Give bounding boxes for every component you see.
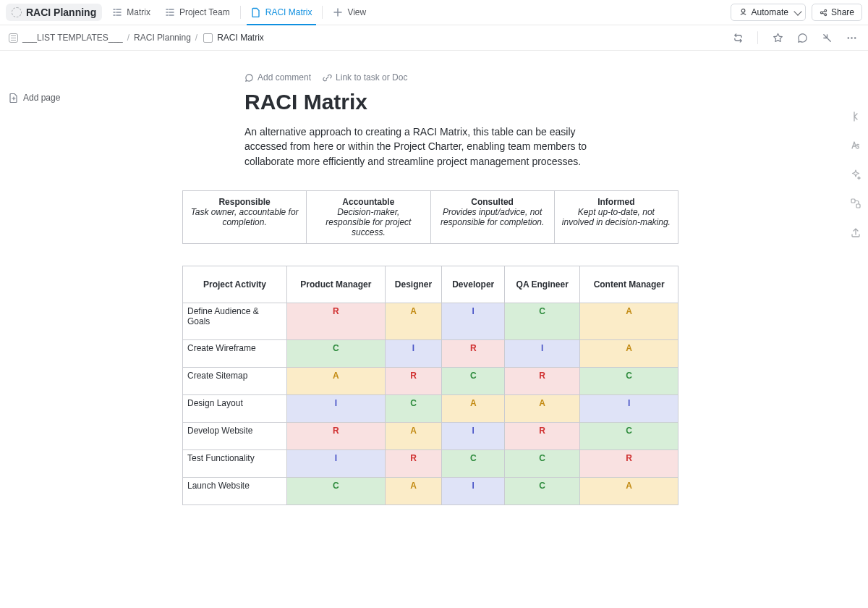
breadcrumb-separator: / bbox=[127, 33, 129, 43]
raci-value-cell[interactable]: A bbox=[287, 367, 386, 394]
raci-activity-cell[interactable]: Test Functionality bbox=[183, 449, 287, 477]
tab-matrix[interactable]: Matrix bbox=[105, 0, 158, 25]
raci-value-cell[interactable]: A bbox=[385, 477, 442, 504]
raci-value-cell[interactable]: C bbox=[505, 449, 580, 477]
raci-value-cell[interactable]: C bbox=[505, 303, 580, 339]
tab-raci-matrix[interactable]: RACI Matrix bbox=[244, 0, 320, 25]
raci-col-role[interactable]: Product Manager bbox=[287, 266, 386, 303]
raci-value-cell[interactable]: I bbox=[385, 339, 442, 367]
breadcrumb-final[interactable]: RACI Matrix bbox=[217, 33, 264, 43]
raci-value-cell[interactable]: I bbox=[287, 449, 386, 477]
raci-value-cell[interactable]: A bbox=[580, 303, 678, 339]
comments-icon[interactable] bbox=[794, 30, 810, 46]
export-icon[interactable] bbox=[848, 224, 864, 240]
raci-value-cell[interactable]: R bbox=[385, 449, 442, 477]
breadcrumb-root[interactable]: ___LIST TEMPLATES___ bbox=[22, 33, 123, 43]
raci-value-cell[interactable]: R bbox=[580, 449, 678, 477]
automate-icon bbox=[739, 8, 748, 17]
raci-row: Test FunctionalityIRCCR bbox=[183, 449, 678, 477]
raci-value-cell[interactable]: C bbox=[580, 422, 678, 449]
raci-value-cell[interactable]: R bbox=[505, 422, 580, 449]
raci-value-cell[interactable]: A bbox=[580, 339, 678, 367]
svg-rect-7 bbox=[851, 199, 855, 203]
chevron-down-icon bbox=[793, 7, 801, 15]
raci-value-cell[interactable]: A bbox=[442, 394, 505, 422]
raci-activity-cell[interactable]: Develop Website bbox=[183, 422, 287, 449]
project-name: RACI Planning bbox=[26, 7, 96, 18]
def-cell[interactable]: Accountable Decision-maker, responsible … bbox=[307, 190, 430, 243]
raci-value-cell[interactable]: A bbox=[385, 422, 442, 449]
raci-activity-cell[interactable]: Create Sitemap bbox=[183, 367, 287, 394]
raci-col-role[interactable]: QA Engineer bbox=[505, 266, 580, 303]
raci-col-role[interactable]: Designer bbox=[385, 266, 442, 303]
collapse-icon[interactable] bbox=[819, 30, 835, 46]
add-view-label: View bbox=[347, 7, 366, 17]
add-view-button[interactable]: View bbox=[326, 0, 373, 25]
svg-point-6 bbox=[854, 37, 855, 38]
more-icon[interactable] bbox=[843, 30, 859, 46]
raci-value-cell[interactable]: C bbox=[287, 339, 386, 367]
add-page-button[interactable]: Add page bbox=[9, 93, 60, 103]
raci-value-cell[interactable]: R bbox=[385, 367, 442, 394]
raci-col-role[interactable]: Content Manager bbox=[580, 266, 678, 303]
raci-activity-cell[interactable]: Launch Website bbox=[183, 477, 287, 504]
project-icon bbox=[12, 7, 22, 17]
automate-button[interactable]: Automate bbox=[731, 4, 806, 21]
raci-value-cell[interactable]: R bbox=[287, 422, 386, 449]
raci-value-cell[interactable]: I bbox=[505, 339, 580, 367]
project-selector[interactable]: RACI Planning bbox=[6, 4, 102, 21]
sync-icon[interactable] bbox=[730, 30, 746, 46]
raci-value-cell[interactable]: A bbox=[580, 477, 678, 504]
typography-icon[interactable] bbox=[848, 138, 864, 153]
page-intro[interactable]: An alternative approach to creating a RA… bbox=[244, 124, 621, 169]
link-task-link[interactable]: Link to task or Doc bbox=[323, 72, 407, 83]
raci-activity-cell[interactable]: Design Layout bbox=[183, 394, 287, 422]
raci-row: Create WireframeCIRIA bbox=[183, 339, 678, 367]
raci-value-cell[interactable]: R bbox=[442, 339, 505, 367]
page-title[interactable]: RACI Matrix bbox=[244, 90, 678, 114]
share-button[interactable]: Share bbox=[812, 4, 862, 21]
raci-value-cell[interactable]: C bbox=[442, 367, 505, 394]
raci-value-cell[interactable]: C bbox=[287, 477, 386, 504]
raci-row: Define Audience & GoalsRAICA bbox=[183, 303, 678, 339]
def-head: Responsible bbox=[190, 197, 299, 207]
raci-value-cell[interactable]: C bbox=[505, 477, 580, 504]
def-cell[interactable]: Informed Kept up-to-date, not involved i… bbox=[554, 190, 678, 243]
breadcrumb-mid[interactable]: RACI Planning bbox=[134, 33, 191, 43]
raci-activity-cell[interactable]: Create Wireframe bbox=[183, 339, 287, 367]
add-comment-link[interactable]: Add comment bbox=[244, 72, 311, 83]
relations-icon[interactable] bbox=[848, 195, 864, 211]
raci-value-cell[interactable]: I bbox=[580, 394, 678, 422]
def-body: Task owner, accountable for completion. bbox=[191, 207, 299, 227]
link-task-label: Link to task or Doc bbox=[336, 72, 407, 83]
tab-project-team[interactable]: Project Team bbox=[158, 0, 237, 25]
expand-toggle-icon[interactable] bbox=[848, 109, 864, 124]
raci-value-cell[interactable]: C bbox=[442, 449, 505, 477]
raci-value-cell[interactable]: A bbox=[505, 394, 580, 422]
raci-value-cell[interactable]: R bbox=[505, 367, 580, 394]
def-cell[interactable]: Responsible Task owner, accountable for … bbox=[183, 190, 307, 243]
svg-point-2 bbox=[825, 9, 827, 12]
raci-value-cell[interactable]: A bbox=[385, 303, 442, 339]
raci-col-activity[interactable]: Project Activity bbox=[183, 266, 287, 303]
star-icon[interactable] bbox=[770, 30, 786, 46]
ai-icon[interactable] bbox=[848, 166, 864, 182]
raci-value-cell[interactable]: I bbox=[442, 477, 505, 504]
raci-value-cell[interactable]: R bbox=[287, 303, 386, 339]
raci-activity-cell[interactable]: Define Audience & Goals bbox=[183, 303, 287, 339]
raci-value-cell[interactable]: I bbox=[287, 394, 386, 422]
raci-row: Launch WebsiteCAICA bbox=[183, 477, 678, 504]
raci-value-cell[interactable]: C bbox=[580, 367, 678, 394]
breadcrumb-row: ___LIST TEMPLATES___ / RACI Planning / R… bbox=[0, 25, 868, 51]
raci-value-cell[interactable]: I bbox=[442, 422, 505, 449]
svg-point-0 bbox=[741, 9, 745, 12]
list-icon bbox=[165, 7, 175, 17]
breadcrumb-separator: / bbox=[195, 33, 197, 43]
raci-col-role[interactable]: Developer bbox=[442, 266, 505, 303]
tab-label: Project Team bbox=[179, 7, 230, 17]
raci-value-cell[interactable]: I bbox=[442, 303, 505, 339]
svg-point-5 bbox=[851, 37, 852, 38]
def-cell[interactable]: Consulted Provides input/advice, not res… bbox=[430, 190, 554, 243]
raci-value-cell[interactable]: C bbox=[385, 394, 442, 422]
list-icon bbox=[112, 7, 122, 17]
